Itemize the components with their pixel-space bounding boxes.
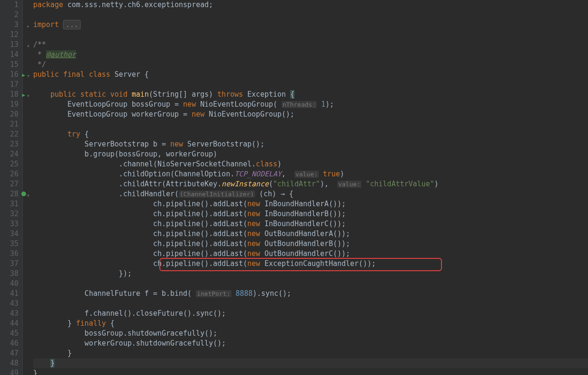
code-line[interactable]: ch.pipeline().addLast(new InBoundHandler…	[33, 219, 588, 229]
code-line[interactable]: public static void main(String[] args) t…	[33, 90, 588, 100]
gutter-line[interactable]: 43	[2, 309, 18, 319]
gutter-line[interactable]: 40	[2, 279, 18, 289]
code-line[interactable]: bossGroup.shutdownGracefully();	[33, 329, 588, 338]
code-line[interactable]: EventLoopGroup bossGroup = new NioEventL…	[33, 100, 588, 110]
code-line[interactable]: });	[33, 269, 588, 279]
code-editor[interactable]: 1231213141516▶1718▶19202122232425262728↑…	[0, 0, 588, 375]
fold-collapse-icon[interactable]: ▾	[27, 91, 30, 101]
gutter-line[interactable]: 33	[2, 219, 18, 229]
code-line[interactable]: .childHandler((ChannelInitializer) (ch) …	[33, 189, 588, 199]
code-line[interactable]	[33, 80, 588, 90]
code-line[interactable]: }	[33, 368, 588, 375]
gutter-line[interactable]: 46	[2, 338, 18, 348]
code-line[interactable]: }	[33, 358, 588, 368]
fold-collapse-icon[interactable]: ▾	[27, 71, 30, 81]
code-line[interactable]	[33, 299, 588, 309]
gutter-line[interactable]: 48	[2, 358, 18, 368]
gutter-line[interactable]: 27	[2, 179, 18, 189]
code-line[interactable]: /**▾	[33, 40, 588, 50]
code-line[interactable]: ch.pipeline().addLast(new OutBoundHandle…	[33, 239, 588, 249]
gutter-line[interactable]: 41	[2, 289, 18, 299]
code-line[interactable]	[33, 30, 588, 40]
code-line[interactable]: ch.pipeline().addLast(new OutBoundHandle…	[33, 229, 588, 239]
gutter-line[interactable]: 31	[2, 199, 18, 209]
code-line[interactable]: f.channel().closeFuture().sync();	[33, 309, 588, 319]
fold-collapse-icon[interactable]: ▾	[27, 41, 30, 51]
gutter-line[interactable]: 22	[2, 129, 18, 139]
gutter-line[interactable]: 36	[2, 249, 18, 259]
gutter-line[interactable]: 17	[2, 80, 18, 90]
fold-expand-icon[interactable]: ▸	[27, 21, 30, 31]
gutter-line[interactable]: 14	[2, 50, 18, 60]
gutter-line[interactable]: 15	[2, 60, 18, 70]
code-line[interactable]: ch.pipeline().addLast(new InBoundHandler…	[33, 199, 588, 209]
code-line[interactable]: ch.pipeline().addLast(new OutBoundHandle…	[33, 249, 588, 259]
gutter-line[interactable]: 37	[2, 259, 18, 269]
gutter-line[interactable]: 38	[2, 269, 18, 279]
gutter-line[interactable]: 2	[2, 10, 18, 20]
code-line[interactable]: package com.sss.netty.ch6.exceptionsprea…	[33, 0, 588, 10]
code-line[interactable]: .childAttr(AttributeKey.newInstance("chi…	[33, 179, 588, 189]
code-line[interactable]	[33, 10, 588, 20]
gutter-line[interactable]: 3	[2, 20, 18, 30]
gutter-line[interactable]: 43	[2, 299, 18, 309]
code-line[interactable]: ch.pipeline().addLast(new ExceptionCaugh…	[33, 259, 588, 269]
code-line[interactable]: workerGroup.shutdownGracefully();	[33, 338, 588, 348]
gutter-line[interactable]: 19	[2, 100, 18, 110]
gutter-line[interactable]: 25	[2, 159, 18, 169]
gutter-line[interactable]: 34	[2, 229, 18, 239]
code-line[interactable]: b.group(bossGroup, workerGroup)	[33, 149, 588, 159]
gutter-line[interactable]: 1	[2, 0, 18, 10]
code-line[interactable]: public final class Server {▾	[33, 70, 588, 80]
gutter: 1231213141516▶1718▶19202122232425262728↑…	[0, 0, 23, 375]
gutter-line[interactable]: 24	[2, 149, 18, 159]
code-line[interactable]: EventLoopGroup workerGroup = new NioEven…	[33, 110, 588, 119]
gutter-line[interactable]: 28↑	[2, 189, 18, 199]
code-area[interactable]: package com.sss.netty.ch6.exceptionsprea…	[23, 0, 588, 375]
gutter-line[interactable]: 44	[2, 319, 18, 329]
gutter-line[interactable]: 49	[2, 368, 18, 375]
gutter-line[interactable]: 21	[2, 119, 18, 129]
code-line[interactable]: .childOption(ChannelOption.TCP_NODELAY, …	[33, 169, 588, 179]
code-line[interactable]	[33, 279, 588, 289]
gutter-line[interactable]: 47	[2, 348, 18, 358]
code-line[interactable]: ch.pipeline().addLast(new InBoundHandler…	[33, 209, 588, 219]
gutter-line[interactable]: 26	[2, 169, 18, 179]
code-line[interactable]	[33, 119, 588, 129]
code-line[interactable]: */	[33, 60, 588, 70]
gutter-line[interactable]: 35	[2, 239, 18, 249]
gutter-line[interactable]: 20	[2, 110, 18, 119]
code-line[interactable]: .channel(NioServerSocketChannel.class)	[33, 159, 588, 169]
gutter-line[interactable]: 23	[2, 139, 18, 149]
gutter-line[interactable]: 16▶	[2, 70, 18, 80]
code-line[interactable]: import ...▸	[33, 20, 588, 30]
gutter-line[interactable]: 18▶	[2, 90, 18, 100]
gutter-line[interactable]: 13	[2, 40, 18, 50]
code-line[interactable]: try {	[33, 129, 588, 139]
gutter-line[interactable]: 45	[2, 329, 18, 338]
fold-collapse-icon[interactable]: ▾	[27, 191, 30, 201]
code-line[interactable]: ServerBootstrap b = new ServerBootstrap(…	[33, 139, 588, 149]
code-line[interactable]: }	[33, 348, 588, 358]
code-line[interactable]: * @author	[33, 50, 588, 60]
gutter-line[interactable]: 12	[2, 30, 18, 40]
code-line[interactable]: } finally {	[33, 319, 588, 329]
code-line[interactable]: ChannelFuture f = b.bind( inetPort: 8888…	[33, 289, 588, 299]
gutter-line[interactable]: 32	[2, 209, 18, 219]
